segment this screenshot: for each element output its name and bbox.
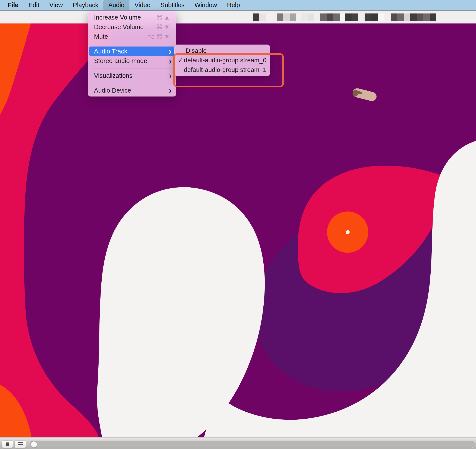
menu-item-audio-track[interactable]: Audio Track › — [89, 46, 175, 56]
pixel-block — [351, 13, 358, 21]
pixelated-blocks — [253, 13, 436, 21]
pixel-block — [301, 13, 308, 21]
pixel-block — [371, 13, 378, 21]
chevron-right-icon: › — [169, 55, 171, 67]
pixel-block — [345, 13, 351, 21]
stop-button[interactable] — [2, 440, 13, 448]
pixel-block — [404, 13, 410, 21]
menu-item-increase-volume[interactable]: Increase Volume ⌘▲ — [88, 13, 176, 22]
audio-menu: Increase Volume ⌘▲ Decrease Volume ⌘▼ Mu… — [88, 11, 176, 97]
menubar-item-window[interactable]: Window — [190, 0, 222, 10]
pixel-block — [391, 13, 397, 21]
pixel-block — [290, 13, 296, 21]
video-top-strip — [0, 11, 476, 23]
menubar-item-subtitles[interactable]: Subtitles — [155, 0, 190, 10]
shortcut-label: ⌘▼ — [156, 23, 171, 31]
checkmark-icon: ✓ — [178, 57, 184, 64]
menu-item-decrease-volume[interactable]: Decrease Volume ⌘▼ — [88, 22, 176, 32]
seek-knob[interactable] — [31, 441, 37, 448]
pixel-block — [378, 13, 384, 21]
submenu-item-stream-0[interactable]: ✓ default-audio-group stream_0 — [174, 55, 270, 65]
pixel-block — [266, 13, 272, 21]
pixel-block — [308, 13, 314, 21]
menubar-item-view[interactable]: View — [44, 0, 68, 10]
menubar-item-help[interactable]: Help — [222, 0, 245, 10]
menu-separator — [91, 83, 173, 83]
shortcut-label: ⌥⌘▼ — [148, 33, 171, 40]
pixel-block — [327, 13, 333, 21]
chevron-right-icon: › — [169, 85, 171, 97]
audio-track-submenu: Disable ✓ default-audio-group stream_0 d… — [174, 45, 270, 76]
pixel-block — [430, 13, 436, 21]
menubar-item-video[interactable]: Video — [130, 0, 155, 10]
shortcut-label: ⌘▲ — [156, 14, 171, 21]
pixel-block — [272, 13, 277, 21]
menubar-item-file[interactable]: File — [3, 0, 23, 10]
pixel-block — [277, 13, 283, 21]
submenu-item-stream-1[interactable]: default-audio-group stream_1 — [174, 65, 270, 75]
pixel-block — [320, 13, 327, 21]
pixel-block — [296, 13, 301, 21]
playlist-button[interactable] — [14, 440, 26, 448]
pixel-block — [259, 13, 266, 21]
control-bar — [0, 437, 476, 449]
menu-separator — [91, 44, 173, 44]
pixel-block — [283, 13, 290, 21]
menu-item-visualizations[interactable]: Visualizations › — [88, 71, 176, 81]
pixel-block — [384, 13, 391, 21]
stop-icon — [6, 443, 9, 446]
chevron-right-icon: › — [169, 70, 171, 82]
pixel-block — [358, 13, 365, 21]
pixel-block — [253, 13, 259, 21]
pixel-block — [417, 13, 423, 21]
menubar-item-audio[interactable]: Audio — [103, 0, 130, 10]
seek-slider[interactable] — [30, 441, 475, 448]
submenu-item-disable[interactable]: Disable — [174, 46, 270, 55]
menubar-item-edit[interactable]: Edit — [23, 0, 44, 10]
menu-bar: File Edit View Playback Audio Video Subt… — [0, 0, 476, 11]
pixel-block — [410, 13, 417, 21]
menubar-item-playback[interactable]: Playback — [68, 0, 103, 10]
pixel-block — [423, 13, 430, 21]
video-white-dot — [346, 230, 350, 234]
pixel-block — [333, 13, 340, 21]
playlist-icon — [18, 442, 23, 446]
menu-item-audio-device[interactable]: Audio Device › — [88, 86, 176, 95]
pixel-block — [365, 13, 371, 21]
pixel-block — [340, 13, 345, 21]
pixel-block — [314, 13, 320, 21]
menu-separator — [91, 68, 173, 69]
menu-item-mute[interactable]: Mute ⌥⌘▼ — [88, 32, 176, 41]
menu-item-stereo-audio-mode[interactable]: Stereo audio mode › — [88, 56, 176, 66]
pixel-block — [397, 13, 404, 21]
player-window: File Edit View Playback Audio Video Subt… — [0, 0, 476, 449]
